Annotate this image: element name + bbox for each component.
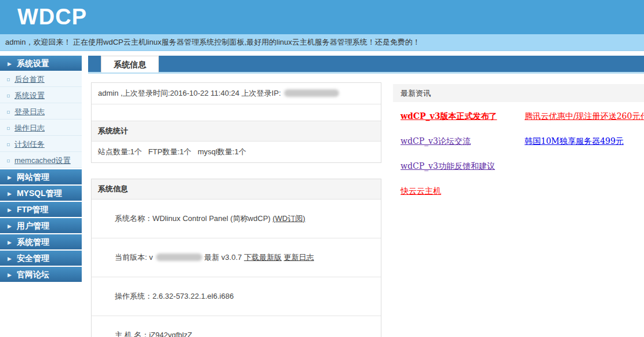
latest-version-text: 最新 v3.0.7 xyxy=(202,253,244,262)
square-bullet-icon xyxy=(7,78,10,81)
sidebar-subitem-link[interactable]: memcached设置 xyxy=(14,156,71,165)
app-header: WDCP xyxy=(0,0,644,34)
sidebar-subitem-link[interactable]: 操作日志 xyxy=(14,124,45,132)
sidebar-subitem-home[interactable]: 后台首页 xyxy=(0,71,82,87)
sidebar-subitem-cron-tasks[interactable]: 计划任务 xyxy=(0,136,82,152)
sysinfo-row-hostname: 主 机 名：iZ942ygfblzZ xyxy=(92,316,381,337)
sidebar-item-label: MYSQL管理 xyxy=(17,189,62,198)
news-column-right: 腾讯云优惠中/现注册还送260元代金券 韩国10M独享服务器499元 xyxy=(525,112,644,162)
spacer-row xyxy=(92,104,381,121)
sidebar-item-label: 系统管理 xyxy=(17,237,49,247)
news-list: wdCP_v3版本正式发布了 wdCP_v3论坛交流 wdCP_v3功能反馈和建… xyxy=(393,102,644,112)
row-label: 主 机 名： xyxy=(115,331,149,337)
tab-system-info[interactable]: 系统信息 xyxy=(101,56,159,73)
news-panel-title: 最新资讯 xyxy=(393,84,644,102)
news-item: wdCP_v3版本正式发布了 xyxy=(401,112,497,121)
news-link-tencent-cloud-promo[interactable]: 腾讯云优惠中/现注册还送260元代金券 xyxy=(525,111,644,121)
sidebar-item-system-management[interactable]: ▶系统管理 xyxy=(0,234,82,249)
sidebar-item-mysql-management[interactable]: ▶MYSQL管理 xyxy=(0,186,82,201)
welcome-bar: admin，欢迎回来！ 正在使用wdCP云主机linux服务器管理系统控制面板,… xyxy=(0,34,644,51)
news-item: wdCP_v3论坛交流 xyxy=(401,137,497,146)
wdcp-logo: WDCP xyxy=(0,0,87,34)
sysinfo-row-os: 操作系统：2.6.32-573.22.1.el6.i686 xyxy=(92,277,381,316)
news-item: 韩国10M独享服务器499元 xyxy=(525,137,644,146)
sysinfo-section-title: 系统信息 xyxy=(92,179,381,199)
stats-box: admin ,上次登录时间:2016-10-22 11:40:24 上次登录IP… xyxy=(91,82,381,163)
sidebar-subitem-link[interactable]: 系统设置 xyxy=(14,91,45,100)
square-bullet-icon xyxy=(7,127,10,130)
chevron-right-icon: ▶ xyxy=(8,170,12,185)
news-panel: 最新资讯 wdCP_v3版本正式发布了 wdCP_v3论坛交流 wdCP_v3功… xyxy=(393,84,644,112)
sidebar-item-website-management[interactable]: ▶网站管理 xyxy=(0,169,82,184)
row-value: iZ942ygfblzZ xyxy=(149,331,192,337)
sidebar-item-official-forum[interactable]: ▶官网论坛 xyxy=(0,267,82,282)
main-content: admin ,上次登录时间:2016-10-22 11:40:24 上次登录IP… xyxy=(91,82,381,337)
chevron-right-icon: ▶ xyxy=(8,267,12,282)
redacted-last-login-ip xyxy=(284,89,339,97)
sidebar-item-security-management[interactable]: ▶安全管理 xyxy=(0,251,82,266)
chevron-right-icon: ▶ xyxy=(8,186,12,201)
chevron-right-icon: ▶ xyxy=(8,251,12,266)
sidebar-item-system-settings[interactable]: ▶系统设置 xyxy=(0,56,82,71)
sidebar-subitem-link[interactable]: 计划任务 xyxy=(14,140,45,148)
chevron-right-icon: ▶ xyxy=(8,235,12,250)
news-link-v3-feedback[interactable]: wdCP_v3功能反馈和建议 xyxy=(401,161,495,171)
news-item: 快云云主机 xyxy=(401,187,497,195)
square-bullet-icon xyxy=(7,111,10,114)
news-link-v3-forum[interactable]: wdCP_v3论坛交流 xyxy=(401,136,471,146)
sidebar-item-label: 安全管理 xyxy=(17,253,49,263)
chevron-right-icon: ▶ xyxy=(8,202,12,218)
sidebar-item-user-management[interactable]: ▶用户管理 xyxy=(0,218,82,233)
sidebar-subitem-system-settings[interactable]: 系统设置 xyxy=(0,87,82,103)
changelog-link[interactable]: 更新日志 xyxy=(284,253,314,262)
wd-subscribe-link[interactable]: (WD订阅) xyxy=(272,214,305,223)
sidebar-submenu: 后台首页 系统设置 登录日志 操作日志 计划任务 memcached设置 xyxy=(0,71,82,168)
sidebar-item-label: 系统设置 xyxy=(17,59,49,68)
sidebar-subitem-link[interactable]: 后台首页 xyxy=(14,75,45,84)
sidebar: ▶系统设置 后台首页 系统设置 登录日志 操作日志 计划任务 memcached… xyxy=(0,56,82,282)
news-item: 腾讯云优惠中/现注册还送260元代金券 xyxy=(525,112,644,121)
row-label: 系统名称： xyxy=(115,214,152,223)
row-label: 操作系统： xyxy=(115,292,152,300)
sidebar-subitem-operation-log[interactable]: 操作日志 xyxy=(0,119,82,136)
sidebar-item-label: 网站管理 xyxy=(17,172,49,182)
redacted-version xyxy=(156,253,202,261)
news-item: wdCP_v3功能反馈和建议 xyxy=(401,162,497,171)
sidebar-item-ftp-management[interactable]: ▶FTP管理 xyxy=(0,202,82,217)
sidebar-item-label: 官网论坛 xyxy=(17,270,49,279)
row-value: WDlinux Control Panel (简称wdCP) xyxy=(152,214,272,223)
square-bullet-icon xyxy=(7,143,10,146)
sysinfo-row-name: 系统名称：WDlinux Control Panel (简称wdCP) (WD订… xyxy=(92,199,381,238)
news-link-korea-server[interactable]: 韩国10M独享服务器499元 xyxy=(525,136,624,146)
news-column-left: wdCP_v3版本正式发布了 wdCP_v3论坛交流 wdCP_v3功能反馈和建… xyxy=(401,112,497,212)
last-login-text: admin ,上次登录时间:2016-10-22 11:40:24 上次登录IP… xyxy=(98,89,281,97)
news-link-kuaiyun-host[interactable]: 快云云主机 xyxy=(401,186,441,195)
sysinfo-row-version: 当前版本: v 最新 v3.0.7 下载最新版 更新日志 xyxy=(92,238,381,277)
sidebar-subitem-login-log[interactable]: 登录日志 xyxy=(0,103,82,119)
sidebar-item-label: FTP管理 xyxy=(17,205,48,214)
square-bullet-icon xyxy=(7,95,10,97)
row-label: 当前版本: v xyxy=(115,253,153,262)
chevron-right-icon: ▶ xyxy=(8,219,12,234)
sysinfo-box: 系统信息 系统名称：WDlinux Control Panel (简称wdCP)… xyxy=(91,179,381,337)
download-latest-link[interactable]: 下载最新版 xyxy=(244,253,282,262)
tab-bar: 系统信息 xyxy=(88,56,644,74)
news-link-v3-release[interactable]: wdCP_v3版本正式发布了 xyxy=(401,111,497,121)
sidebar-subitem-link[interactable]: 登录日志 xyxy=(14,107,45,116)
stats-section-title: 系统统计 xyxy=(92,121,381,141)
last-login-row: admin ,上次登录时间:2016-10-22 11:40:24 上次登录IP… xyxy=(92,83,381,104)
square-bullet-icon xyxy=(7,160,10,162)
row-value: 2.6.32-573.22.1.el6.i686 xyxy=(152,292,234,300)
sidebar-item-label: 用户管理 xyxy=(17,221,49,230)
chevron-right-icon: ▶ xyxy=(8,56,12,71)
sidebar-subitem-memcached[interactable]: memcached设置 xyxy=(0,152,82,168)
stats-row: 站点数量:1个 FTP数量:1个 mysql数量:1个 xyxy=(92,141,381,162)
